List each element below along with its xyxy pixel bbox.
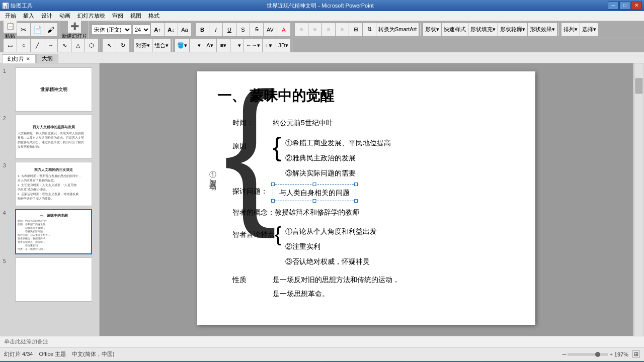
slide-info: 幻灯片 4/34 [4, 350, 33, 358]
editor-area: 一、 蒙昧中的觉醒 ①智者运动 时间： 约公元前5世纪中叶 原因 { ①希腊工商… [100, 63, 633, 336]
status-left: 幻灯片 4/34 Office 主题 中文(简体，中国) [4, 350, 114, 358]
slide-4-content: 时间：约公元前5世纪中叶 原因：①希腊工商业发展... ②雅典民主政治... ③… [18, 219, 90, 251]
draw-shapes-group: ▭ ○ ╱ → ∿ △ ⬡ [2, 39, 100, 52]
strikethrough-button[interactable]: S̶ [250, 23, 263, 36]
notes-text: 单击此处添加备注 [4, 338, 48, 345]
status-bar: 幻灯片 4/34 Office 主题 中文(简体，中国) ─ + 197% ⊞ [0, 347, 644, 361]
cause-item-1: ①希腊工商业发展、平民地位提高 [285, 136, 391, 150]
nature-value2: 是一场思想革命。 [273, 287, 399, 301]
slide-thumb-2[interactable]: 西方人文精神的起源与发展 人文精神是一种人的自主意识，表现为对人自身的重视，以及… [15, 115, 92, 159]
font-color-button2[interactable]: A▾ [203, 39, 216, 52]
underline-button[interactable]: U [223, 23, 236, 36]
columns-button[interactable]: ⊞ [349, 23, 362, 36]
close-button[interactable]: ✕ [631, 2, 642, 10]
freeform-button[interactable]: ∿ [58, 39, 71, 52]
shapes-button[interactable]: 形状▾ [423, 23, 441, 36]
line-style-button[interactable]: ≡▾ [217, 39, 230, 52]
clear-format-button[interactable]: Aa [178, 23, 191, 36]
toolbar-title-left: 绘图工具 [11, 2, 33, 10]
window-title: 世界近现代精神文明 - Microsoft PowerPoint [33, 2, 608, 10]
speech-items: ①言论从个人角度和利益出发 ②注重实利 ③否认绝对权威，怀疑神灵 [283, 223, 377, 268]
new-slide-button[interactable]: ➕ [68, 20, 81, 33]
slide-num-4: 4 [3, 210, 6, 216]
rotate-tool[interactable]: ↻ [116, 39, 129, 52]
char-spacing-button[interactable]: AV [264, 23, 277, 36]
select-button[interactable]: 选择▾ [580, 23, 598, 36]
slide-num-2: 2 [3, 116, 6, 121]
align-center-button[interactable]: ≡ [308, 23, 321, 36]
arrow-style-button[interactable]: ←→▾ [244, 39, 262, 52]
dash-style-button[interactable]: - -▾ [230, 39, 244, 52]
slide-3-content: 1. 古希腊时期：世罗普拉发展的思想的阶段中，对人的本质有了最初的反思。2. 文… [18, 174, 90, 201]
toolbar-row2: ▭ ○ ╱ → ∿ △ ⬡ ↖ ↻ 对齐▾ 组合▾ 🪣▾ —▾ A▾ ≡▾ - … [0, 38, 644, 52]
nature-value: 是一场反对旧的思想方法和传统的运动， [273, 273, 399, 287]
line-color-button[interactable]: —▾ [190, 39, 203, 52]
select-tool[interactable]: ↖ [103, 39, 116, 52]
format-brush-button[interactable]: 🖌 [44, 23, 57, 36]
triangle-button[interactable]: △ [71, 39, 85, 52]
zoom-in-button[interactable]: + [609, 351, 612, 357]
draw-order-button[interactable]: 对齐▾ [134, 39, 152, 52]
slide-thumb-1[interactable]: 世界精神文明 [15, 67, 92, 112]
bold-button[interactable]: B [196, 23, 209, 36]
increase-font-button[interactable]: A↑ [151, 23, 164, 36]
smartart-button[interactable]: 转换为SmartArt [376, 23, 419, 36]
drawing-group: 形状▾ 快速样式 形状填充▾ 形状轮廓▾ 形状效果▾ [422, 23, 559, 36]
slide-thumb-5[interactable] [15, 257, 92, 302]
font-color-button[interactable]: A [277, 23, 290, 36]
shape-outline-button[interactable]: 形状轮廓▾ [498, 23, 527, 36]
slide-2-content: 人文精神是一种人的自主意识，表现为对人自身的重视，以及对人类共同价值的追求。它是… [18, 131, 90, 149]
maximize-button[interactable]: □ [619, 2, 630, 10]
tab-slides[interactable]: 幻灯片 ✕ [2, 54, 36, 63]
line-button[interactable]: ╱ [31, 39, 44, 52]
discuss-value: 与人类自身相关的问题 [279, 189, 350, 197]
tab-close-icon[interactable]: ✕ [26, 56, 30, 61]
slide-num-5: 5 [3, 258, 6, 264]
shadow-button[interactable]: S [236, 23, 250, 36]
fit-button[interactable]: ⊞ [632, 350, 640, 358]
cause-items: ①希腊工商业发展、平民地位提高 ②雅典民主政治的发展 ③解决实际问题的需要 [283, 134, 391, 180]
slide-thumb-3[interactable]: 西方人文精神的三次演走 1. 古希腊时期：世罗普拉发展的思想的阶段中，对人的本质… [15, 162, 92, 206]
shape-effect-button[interactable]: 形状效果▾ [528, 23, 557, 36]
menu-review[interactable]: 审阅 [109, 11, 126, 21]
quick-styles-button[interactable]: 快速样式 [442, 23, 468, 36]
text-direction-button[interactable]: ⇅ [363, 23, 376, 36]
discuss-value-box: 与人类自身相关的问题 [273, 184, 356, 201]
minimize-button[interactable]: ─ [608, 2, 619, 10]
align-right-button[interactable]: ≡ [322, 23, 335, 36]
paste-button[interactable]: 📋 [4, 20, 17, 33]
shape-fill-button[interactable]: 形状填充▾ [468, 23, 498, 36]
font-size-select[interactable]: 24 [132, 25, 150, 35]
zoom-out-button[interactable]: ─ [562, 351, 567, 357]
font-family-select[interactable]: 宋体 (正文) [92, 25, 132, 35]
circle-button[interactable]: ○ [17, 39, 30, 52]
arrange-button[interactable]: 排列▾ [561, 23, 580, 36]
zoom-control: ─ + 197% [562, 351, 628, 357]
font-group: 宋体 (正文) 24 A↑ A↓ Aa [90, 23, 193, 36]
shadow-style-button[interactable]: □▾ [263, 39, 276, 52]
nature-row: 性质 是一场反对旧的思想方法和传统的运动， 是一场思想革命。 [232, 273, 515, 301]
italic-button[interactable]: I [209, 23, 222, 36]
align-left-button[interactable]: ≡ [295, 23, 308, 36]
theme-info: Office 主题 [39, 350, 66, 358]
group-button[interactable]: 组合▾ [152, 39, 171, 52]
title-bar: 📊 绘图工具 世界近现代精神文明 - Microsoft PowerPoint … [0, 0, 644, 11]
arrow-button[interactable]: → [44, 39, 57, 52]
main-area: 1 世界精神文明 2 西方人文精神的起源与发展 人文精神是一种人的自主意识，表现… [0, 63, 644, 336]
menu-view[interactable]: 视图 [127, 11, 144, 21]
tab-outline[interactable]: 大纲 [36, 54, 58, 63]
cut-button[interactable]: ✂ [17, 23, 30, 36]
language-info: 中文(简体，中国) [72, 350, 114, 358]
decrease-font-button[interactable]: A↓ [165, 23, 178, 36]
3d-button[interactable]: 3D▾ [276, 39, 290, 52]
slide-thumb-4[interactable]: 一、蒙昧中的觉醒 时间：约公元前5世纪中叶 原因：①希腊工商业发展... ②雅典… [15, 209, 92, 254]
rect-button[interactable]: ▭ [4, 39, 17, 52]
zoom-slider[interactable] [568, 353, 608, 356]
fill-color-button[interactable]: 🪣▾ [175, 39, 189, 52]
slide-num-3: 3 [3, 163, 6, 168]
menu-format[interactable]: 格式 [145, 11, 163, 21]
flowchart-button[interactable]: ⬡ [85, 39, 98, 52]
justify-button[interactable]: ≡ [336, 23, 349, 36]
slide-num-1: 1 [3, 68, 6, 74]
copy-button[interactable]: 📄 [31, 23, 44, 36]
